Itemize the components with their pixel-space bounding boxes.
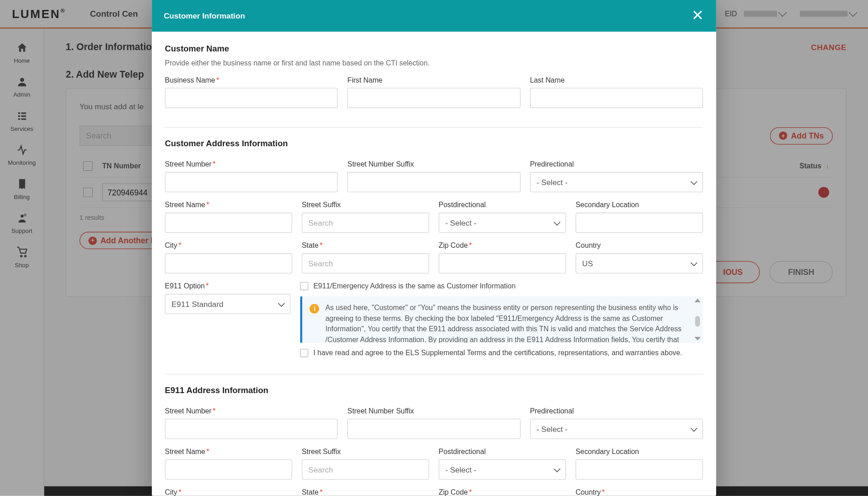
select-e911-predirectional[interactable]: - Select - [530, 419, 703, 439]
checkbox-agree[interactable]: I have read and agree to the ELS Supplem… [300, 349, 703, 357]
field-street-number-suffix: Street Number Suffix [347, 160, 520, 192]
checkbox-e911-same-label: E911/Emergency Address is the same as Cu… [313, 282, 516, 291]
info-icon: i [310, 304, 319, 314]
field-e911-predirectional: Predirectional - Select - [530, 407, 703, 439]
input-e911-street-name[interactable] [165, 459, 292, 480]
input-state[interactable] [302, 253, 429, 273]
field-secondary-location: Secondary Location [576, 201, 703, 233]
field-e911-street-number-suffix: Street Number Suffix [347, 407, 520, 439]
info-panel: i As used here, "Customer" or "You" mean… [300, 297, 703, 343]
input-e911-street-suffix[interactable] [302, 459, 429, 480]
chevron-down-icon [691, 259, 697, 266]
field-zip: Zip Code* [439, 241, 566, 273]
checkbox-e911-same[interactable]: E911/Emergency Address is the same as Cu… [300, 282, 703, 291]
field-business-name: Business Name* [165, 76, 338, 108]
field-street-name: Street Name* [165, 201, 292, 233]
modal-body: Customer Name Provide either the busines… [152, 32, 716, 496]
input-last-name[interactable] [530, 88, 703, 108]
label-first-name: First Name [347, 76, 520, 84]
field-e911-city: City* [165, 488, 292, 496]
input-city[interactable] [165, 253, 292, 273]
chevron-down-icon [691, 178, 697, 185]
chevron-down-icon [279, 300, 285, 306]
checkbox-agree-label: I have read and agree to the ELS Supplem… [313, 349, 682, 357]
divider [165, 374, 703, 375]
label-last-name: Last Name [530, 76, 703, 84]
field-e911-postdirectional: Postdirectional - Select - [439, 447, 566, 479]
input-street-name[interactable] [165, 213, 292, 233]
label-business-name: Business Name* [165, 76, 338, 84]
field-e911-street-name: Street Name* [165, 447, 292, 479]
select-country[interactable]: US [576, 253, 703, 273]
field-first-name: First Name [347, 76, 520, 108]
divider [165, 127, 703, 128]
scroll-thumb [695, 316, 700, 327]
select-predirectional[interactable]: - Select - [530, 172, 703, 192]
chevron-down-icon [554, 218, 560, 225]
input-e911-street-number[interactable] [165, 419, 338, 439]
input-e911-street-number-suffix[interactable] [347, 419, 520, 439]
customer-info-modal: Customer Information Customer Name Provi… [152, 0, 716, 496]
field-e911-secondary-location: Secondary Location [576, 447, 703, 479]
select-e911-option[interactable]: E911 Standard [165, 294, 291, 314]
modal-title: Customer Information [164, 11, 245, 20]
input-e911-secondary-location[interactable] [576, 459, 703, 480]
field-predirectional: Predirectional - Select - [530, 160, 703, 192]
field-e911-street-number: Street Number* [165, 407, 338, 439]
field-e911-zip: Zip Code* [439, 488, 566, 496]
field-last-name: Last Name [530, 76, 703, 108]
input-zip[interactable] [439, 253, 566, 273]
modal-header: Customer Information [152, 0, 716, 32]
field-e911-option: E911 Option* E911 Standard [165, 282, 291, 355]
input-secondary-location[interactable] [576, 213, 703, 233]
field-city: City* [165, 241, 292, 273]
section-e911-address: E911 Address Information [165, 385, 703, 395]
chevron-down-icon [554, 465, 560, 472]
field-e911-state: State* [302, 488, 429, 496]
field-e911-country: Country* US [576, 488, 703, 496]
field-street-suffix: Street Suffix [302, 201, 429, 233]
select-e911-postdirectional[interactable]: - Select - [439, 459, 566, 480]
input-street-number[interactable] [165, 172, 338, 192]
input-business-name[interactable] [165, 88, 338, 108]
field-postdirectional: Postdirectional - Select - [439, 201, 566, 233]
checkbox-icon [300, 282, 309, 291]
chevron-down-icon [691, 425, 697, 431]
checkbox-icon [300, 349, 309, 357]
section-address: Customer Address Information [165, 139, 703, 148]
close-button[interactable] [691, 9, 704, 23]
scroll-down-icon [695, 337, 700, 341]
scrollbar[interactable] [693, 299, 702, 341]
close-icon [691, 9, 704, 22]
input-first-name[interactable] [347, 88, 520, 108]
field-country: Country US [576, 241, 703, 273]
section-customer-name-sub: Provide either the business name or firs… [165, 59, 703, 68]
info-text: As used here, "Customer" or "You" means … [326, 302, 689, 337]
field-state: State* [302, 241, 429, 273]
section-customer-name: Customer Name [165, 44, 703, 53]
select-postdirectional[interactable]: - Select - [439, 213, 566, 233]
field-street-number: Street Number* [165, 160, 338, 192]
input-street-suffix[interactable] [302, 213, 429, 233]
modal-overlay: Customer Information Customer Name Provi… [0, 0, 868, 496]
input-street-number-suffix[interactable] [347, 172, 520, 192]
scroll-up-icon [695, 299, 700, 302]
field-e911-street-suffix: Street Suffix [302, 447, 429, 479]
